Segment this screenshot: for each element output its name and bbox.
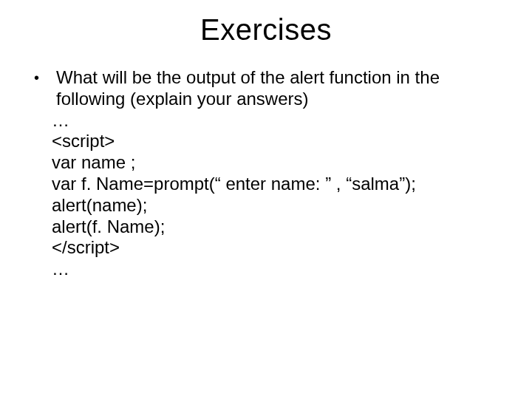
code-line-7: </script> xyxy=(52,237,502,259)
code-block: … <script> var name ; var f. Name=prompt… xyxy=(30,110,502,280)
code-line-2: <script> xyxy=(52,131,502,152)
code-line-4: var f. Name=prompt(“ enter name: ” , “sa… xyxy=(52,174,502,195)
code-line-1: … xyxy=(52,110,502,132)
bullet-text: What will be the output of the alert fun… xyxy=(56,67,502,110)
slide-body: • What will be the output of the alert f… xyxy=(0,47,532,280)
code-line-3: var name ; xyxy=(52,152,502,174)
slide-title: Exercises xyxy=(0,0,532,47)
code-line-6: alert(f. Name); xyxy=(52,216,502,238)
slide: Exercises • What will be the output of t… xyxy=(0,0,532,399)
bullet-item: • What will be the output of the alert f… xyxy=(30,67,502,110)
code-line-5: alert(name); xyxy=(52,195,502,216)
code-line-8: … xyxy=(52,259,502,280)
bullet-dot-icon: • xyxy=(30,67,56,88)
